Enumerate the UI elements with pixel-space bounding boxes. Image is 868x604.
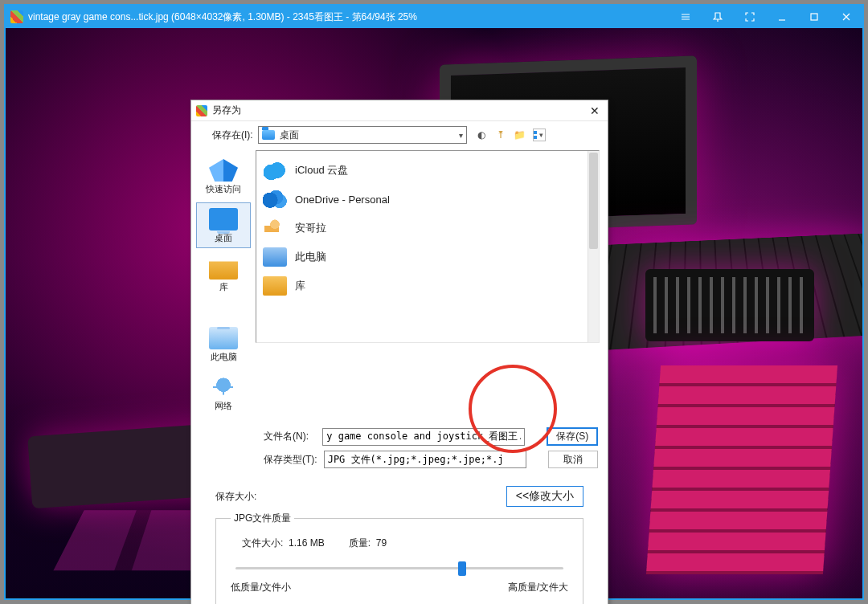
dialog-title: 另存为 bbox=[212, 104, 241, 117]
file-list-area[interactable]: iCloud 云盘 OneDrive - Personal 安哥拉 此电脑 库 bbox=[256, 150, 600, 343]
quality-legend: JPG文件质量 bbox=[231, 512, 294, 525]
jpg-quality-group: JPG文件质量 文件大小: 1.16 MB 质量: 79 低质量/文件小 高质量… bbox=[215, 512, 583, 604]
background-shape bbox=[645, 269, 814, 341]
slider-low-label: 低质量/文件小 bbox=[231, 581, 291, 594]
quickaccess-icon bbox=[209, 159, 238, 182]
thispc-icon bbox=[209, 327, 238, 349]
location-value: 桌面 bbox=[280, 129, 299, 142]
location-dropdown[interactable]: 桌面 ▾ bbox=[258, 126, 467, 144]
window-title: vintage gray game cons...tick.jpg (6048×… bbox=[28, 10, 417, 24]
thispc-icon bbox=[263, 247, 287, 267]
places-sidebar: 快速访问 桌面 库 此电脑 网络 bbox=[191, 149, 256, 421]
filename-label: 文件名(N): bbox=[264, 430, 316, 443]
sidebar-item-libraries[interactable]: 库 bbox=[196, 251, 251, 297]
folder-icon bbox=[262, 130, 275, 140]
onedrive-icon bbox=[263, 190, 287, 209]
view-mode-dropdown[interactable]: ▾ bbox=[533, 129, 546, 141]
viewer-titlebar[interactable]: vintage gray game cons...tick.jpg (6048×… bbox=[6, 6, 862, 28]
desktop-icon bbox=[209, 208, 238, 231]
slider-thumb[interactable] bbox=[458, 561, 466, 576]
pin-icon[interactable] bbox=[702, 6, 734, 28]
list-item[interactable]: 库 bbox=[260, 271, 596, 300]
slider-high-label: 高质量/文件大 bbox=[508, 581, 568, 594]
scrollbar[interactable] bbox=[588, 151, 599, 342]
user-folder-icon bbox=[263, 218, 287, 238]
folder-icon bbox=[263, 276, 287, 296]
save-size-label: 保存大小: bbox=[215, 490, 256, 504]
back-icon[interactable]: ◐ bbox=[475, 129, 488, 141]
new-folder-icon[interactable]: 📁 bbox=[514, 129, 526, 141]
up-icon[interactable]: ⤒ bbox=[494, 129, 507, 141]
libraries-icon bbox=[209, 257, 238, 280]
location-label: 保存在(I): bbox=[212, 129, 253, 142]
svg-rect-0 bbox=[811, 14, 817, 20]
close-icon[interactable] bbox=[830, 6, 862, 28]
filetype-label: 保存类型(T): bbox=[264, 453, 317, 467]
cancel-button[interactable]: 取消 bbox=[548, 451, 598, 468]
quality-slider[interactable] bbox=[235, 560, 563, 576]
filesize-readout: 文件大小: 1.16 MB bbox=[242, 537, 325, 550]
chevron-down-icon: ▾ bbox=[459, 131, 463, 140]
scrollbar-thumb[interactable] bbox=[589, 153, 598, 249]
menu-icon[interactable] bbox=[669, 6, 702, 28]
resize-button[interactable]: <<修改大小 bbox=[506, 486, 583, 507]
minimize-icon[interactable] bbox=[766, 6, 798, 28]
location-toolbar: ◐ ⤒ 📁 ▾ bbox=[475, 129, 546, 141]
dialog-titlebar[interactable]: 另存为 ✕ bbox=[191, 100, 608, 121]
save-button[interactable]: 保存(S) bbox=[547, 427, 598, 446]
maximize-icon[interactable] bbox=[798, 6, 830, 28]
list-item[interactable]: OneDrive - Personal bbox=[260, 185, 596, 214]
sidebar-item-desktop[interactable]: 桌面 bbox=[196, 202, 251, 248]
network-icon bbox=[209, 376, 238, 398]
background-shape bbox=[646, 365, 837, 574]
fullscreen-icon[interactable] bbox=[734, 6, 766, 28]
list-item[interactable]: 安哥拉 bbox=[260, 214, 596, 243]
sidebar-item-quickaccess[interactable]: 快速访问 bbox=[196, 153, 251, 199]
dialog-close-icon[interactable]: ✕ bbox=[587, 105, 603, 116]
list-item[interactable]: iCloud 云盘 bbox=[260, 156, 596, 185]
slider-track bbox=[235, 567, 563, 569]
filename-input[interactable] bbox=[322, 428, 525, 446]
sidebar-item-network[interactable]: 网络 bbox=[196, 370, 251, 416]
app-icon bbox=[10, 10, 23, 23]
cloud-icon bbox=[263, 161, 287, 180]
quality-readout: 质量: 79 bbox=[349, 537, 387, 550]
sidebar-item-thispc[interactable]: 此电脑 bbox=[196, 300, 251, 367]
filetype-dropdown[interactable] bbox=[324, 451, 526, 468]
save-as-dialog: 另存为 ✕ 保存在(I): 桌面 ▾ ◐ ⤒ 📁 ▾ 快速访问 桌面 库 此电脑… bbox=[190, 100, 608, 604]
list-item[interactable]: 此电脑 bbox=[260, 243, 596, 271]
app-icon bbox=[196, 105, 207, 116]
